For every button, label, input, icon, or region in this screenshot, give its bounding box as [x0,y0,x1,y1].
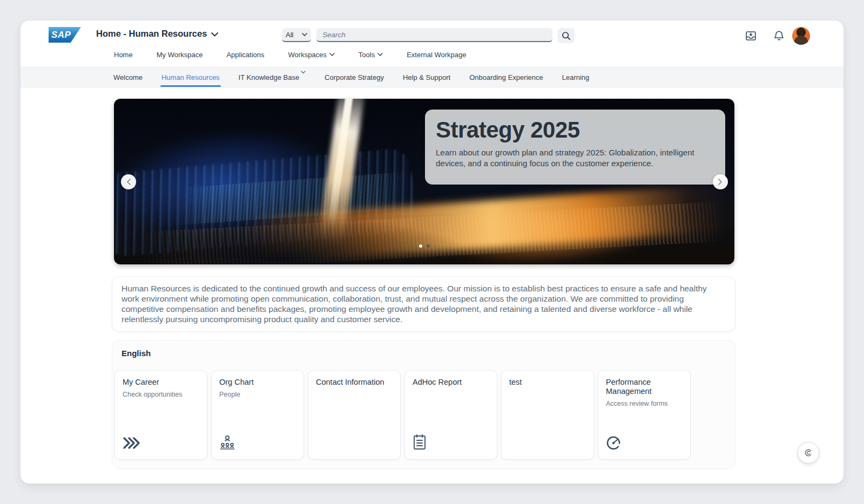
tab-label: Onboarding Experience [469,73,543,81]
nav-item-my-workspace[interactable]: My Workspace [157,51,203,59]
nav-label: Home [114,51,133,59]
tab-it-knowledge-base[interactable]: IT Knowledge Base [239,73,306,81]
carousel-next-button[interactable] [713,174,728,189]
hero-text-panel: Strategy 2025 Learn about our growth pla… [425,110,725,185]
nav-item-workspaces[interactable]: Workspaces [288,51,335,59]
tab-label: Help & Support [403,73,450,81]
carousel-prev-button[interactable] [121,174,136,189]
bell-icon [774,30,784,42]
nav-label: My Workspace [157,51,203,59]
tab-label: Welcome [113,73,143,81]
hero-carousel: Strategy 2025 Learn about our growth pla… [114,99,734,264]
chevron-down-icon [377,53,383,57]
search-scope-select[interactable]: All [282,28,311,42]
clipboard-icon [413,434,427,452]
tab-label: IT Knowledge Base [239,73,300,81]
nav-item-applications[interactable]: Applications [226,51,264,59]
nav-item-home[interactable]: Home [114,51,133,59]
hero-description: Learn about our growth plan and strategy… [436,147,708,168]
nav-label: Applications [226,51,264,59]
tile-test[interactable]: test [501,370,594,460]
search-input[interactable] [316,28,552,42]
nav-label: Workspaces [288,51,327,59]
user-avatar[interactable] [792,27,810,45]
tile-title: Contact Information [316,378,386,387]
tab-label: Human Resources [161,73,220,81]
inbox-tray-icon [745,30,757,42]
tile-subtitle: Check opportunities [123,391,199,398]
tile-title: test [509,378,579,387]
tile-subtitle: People [219,391,296,398]
chevron-left-icon [126,179,131,185]
intro-text-card: Human Resources is dedicated to the cont… [112,276,735,332]
tab-label: Learning [562,73,590,81]
hero-title: Strategy 2025 [436,117,714,143]
notifications-inbox-button[interactable] [744,29,757,42]
tab-human-resources[interactable]: Human Resources [161,73,220,81]
companion-spiral-icon [803,447,814,458]
triple-chevron-icon [123,436,140,452]
nav-label: External Workpage [407,51,466,59]
tile-title: AdHoc Report [413,378,483,387]
tile-row: My Career Check opportunities Org Chart … [114,370,691,460]
launchpad-window: SAP Home - Human Resources All Home My W… [21,21,843,483]
site-title-menu[interactable]: Home - Human Resources [96,29,218,39]
search-button[interactable] [558,28,575,43]
sap-logo: SAP [49,27,81,43]
tile-title: My Career [123,378,193,387]
carousel-dot-2[interactable] [427,244,430,248]
tab-help-support[interactable]: Help & Support [403,73,450,81]
tile-adhoc-report[interactable]: AdHoc Report [404,370,497,460]
tile-title: Performance Management [606,378,676,396]
chevron-down-icon [211,32,218,37]
search-scope-value: All [286,31,293,39]
sap-logo-text: SAP [51,30,71,40]
main-nav: Home My Workspace Applications Workspace… [114,51,467,59]
carousel-dot-1[interactable] [419,244,422,248]
light-trail-graphic [114,216,476,264]
carousel-dots [419,244,430,248]
tile-my-career[interactable]: My Career Check opportunities [114,370,207,460]
companion-button[interactable] [798,442,819,464]
chevron-right-icon [718,179,723,185]
search-icon [562,31,571,40]
tab-corporate-strategy[interactable]: Corporate Strategy [325,73,384,81]
tile-contact-information[interactable]: Contact Information [308,370,401,460]
nav-item-external-workpage[interactable]: External Workpage [407,51,466,59]
tile-org-chart[interactable]: Org Chart People [211,370,304,460]
tiles-section: English My Career Check opportunities Or… [112,340,735,469]
tab-label: Corporate Strategy [325,73,384,81]
page-tabs-bar: Welcome Human Resources IT Knowledge Bas… [21,67,843,87]
page-title: Home - Human Resources [96,29,207,39]
gauge-icon [606,434,622,452]
tab-learning[interactable]: Learning [562,73,590,81]
chevron-down-icon [301,71,306,74]
intro-text: Human Resources is dedicated to the cont… [122,284,707,324]
alerts-button[interactable] [772,29,785,42]
tile-performance-management[interactable]: Performance Management Access review for… [598,370,691,460]
chevron-down-icon [302,33,307,37]
tab-onboarding-experience[interactable]: Onboarding Experience [469,73,543,81]
nav-label: Tools [359,51,375,59]
nav-item-tools[interactable]: Tools [359,51,383,59]
tab-welcome[interactable]: Welcome [113,73,143,81]
chevron-down-icon [329,53,335,57]
section-title: English [122,349,151,358]
org-chart-icon [219,434,235,452]
tile-title: Org Chart [219,378,289,387]
tile-subtitle: Access review forms [606,400,683,407]
